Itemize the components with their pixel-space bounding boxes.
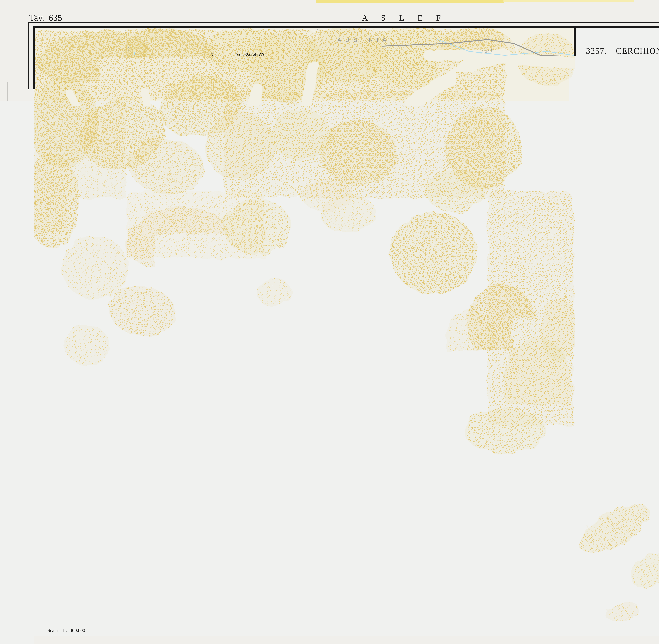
svg-text:Versa: Versa <box>457 447 465 451</box>
svg-text:155 şarklọ́ņ: 155 şarklọ́ņ <box>488 434 514 440</box>
svg-text:AZZANO DÉCIMO: AZZANO DÉCIMO <box>172 453 204 457</box>
svg-text:20a: 20a <box>370 106 378 112</box>
svg-text:164a: 164a <box>341 420 355 427</box>
svg-text:Flumignano: Flumignano <box>347 429 364 432</box>
svg-text:P: P <box>346 350 347 354</box>
svg-text:čẹ́rkli: čẹ́rkli <box>222 138 235 144</box>
svg-text:láma 202a: láma 202a <box>215 493 240 500</box>
svg-text:BASILIANO: BASILIANO <box>316 370 336 374</box>
svg-text:čẹ́rkli 99: čẹ́rkli 99 <box>325 310 346 316</box>
svg-text:67a čẹ́rkli: 67a čẹ́rkli <box>420 258 442 264</box>
svg-text:FANNA: FANNA <box>197 281 209 285</box>
svg-text:8: 8 <box>516 101 518 107</box>
svg-text:GRADO: GRADO <box>429 569 443 573</box>
svg-text:čẹ́rkli / čerklọ́ņ 9: čẹ́rkli / čerklọ́ņ 9 <box>188 90 227 96</box>
svg-text:serklọ́ņ 150: serklọ́ņ 150 <box>415 424 443 430</box>
svg-text:SAPPADA: SAPPADA <box>143 74 167 79</box>
svg-text:BUDOIA: BUDOIA <box>110 363 125 367</box>
svg-text:San Páolo: San Páolo <box>253 458 269 462</box>
svg-text:103a čẹrkli: 103a čẹrkli <box>420 355 445 361</box>
svg-text:PORDENONE: PORDENONE <box>184 404 217 409</box>
svg-text:11 čẹ́rkli / čerklọ́ņ: 11 čẹ́rkli / čerklọ́ņ <box>242 93 282 99</box>
svg-text:San Leopoldo: San Leopoldo <box>433 103 455 107</box>
svg-text:MARANO LAGUNARE: MARANO LAGUNARE <box>339 520 378 524</box>
svg-text:□: □ <box>410 341 415 347</box>
svg-text:čẹ́rkli 41: čẹ́rkli 41 <box>161 203 183 208</box>
svg-text:P: P <box>167 269 169 273</box>
svg-text:S: S <box>153 341 156 347</box>
svg-text:láma 92a: láma 92a <box>187 335 209 341</box>
svg-text:P: P <box>174 97 177 103</box>
svg-text:83: 83 <box>376 289 382 294</box>
svg-text:172: 172 <box>165 465 177 471</box>
svg-text:FORGÁRIA: FORGÁRIA <box>286 263 304 267</box>
svg-text:AUSTRIA: AUSTRIA <box>337 37 390 43</box>
svg-text:láma: láma <box>68 416 80 422</box>
svg-text:122 láma: 122 láma <box>176 395 199 400</box>
svg-text:215a şerčọ́ņ ○: 215a şerčọ́ņ ○ <box>471 491 502 497</box>
svg-text:P: P <box>344 497 346 501</box>
svg-text:Belvedere: Belvedere <box>451 533 466 536</box>
svg-text:GEMONA: GEMONA <box>351 229 370 233</box>
svg-text:28 čerklọ́ņ: 28 čerklọ́ņ <box>269 142 293 147</box>
svg-text:CAVAZZO: CAVAZZO <box>305 189 322 192</box>
svg-text:TORREANO: TORREANO <box>439 306 461 310</box>
svg-text:ZUGLIO: ZUGLIO <box>301 130 316 134</box>
svg-text:105 riņk: 105 riņk <box>464 333 485 339</box>
svg-text:Vico: Vico <box>122 150 129 154</box>
svg-text:S: S <box>384 288 387 294</box>
svg-text:S: S <box>509 419 511 423</box>
svg-text:39 láma: 39 láma <box>82 215 100 221</box>
svg-text:57a čẹ́rkli: 57a čẹ́rkli <box>199 261 222 268</box>
svg-text:P: P <box>326 281 328 285</box>
svg-text:SEQUALS: SEQUALS <box>228 291 246 295</box>
svg-text:CHIOPRIS: CHIOPRIS <box>412 430 430 434</box>
svg-text:SGONICO: SGONICO <box>567 536 586 540</box>
svg-text:211: 211 <box>346 514 354 520</box>
svg-text:čerklọ́ņ 17: čerklọ́ņ 17 <box>220 118 245 123</box>
svg-text:219 riņk: 219 riņk <box>579 522 598 528</box>
svg-text:AVIANO: AVIANO <box>131 346 146 350</box>
svg-text:92b: 92b <box>202 320 209 325</box>
svg-text:ERTO: ERTO <box>40 235 50 238</box>
svg-text:Tesis: Tesis <box>217 320 225 324</box>
svg-text:Lavariano: Lavariano <box>373 416 388 420</box>
svg-text:D'ASIO: D'ASIO <box>267 264 279 268</box>
svg-text:176 šẹ́rkliś (pl.): 176 šẹ́rkliś (pl.) <box>286 441 320 447</box>
svg-text:P: P <box>265 526 267 530</box>
svg-text:láma 121a: láma 121a <box>91 388 116 394</box>
svg-text:P: P <box>366 114 368 118</box>
svg-text:88a obróé — şẹ́rkli: 88a obróé — şẹ́rkli <box>484 308 526 314</box>
svg-text:40 lāma: 40 lāma <box>117 234 137 239</box>
svg-text:209: 209 <box>176 529 184 535</box>
svg-text:19b: 19b <box>317 135 325 141</box>
svg-text:láma 174: láma 174 <box>230 459 252 465</box>
svg-text:P: P <box>474 387 476 391</box>
svg-text:P: P <box>417 224 418 228</box>
svg-text:MORUZZO: MORUZZO <box>307 312 326 316</box>
svg-text:CORMÒNS: CORMÒNS <box>472 404 492 408</box>
svg-text:Cavolano: Cavolano <box>94 422 108 426</box>
svg-text:ÚDINE: ÚDINE <box>372 357 390 363</box>
svg-text:15: 15 <box>423 136 428 142</box>
svg-text:MUGGIA: MUGGIA <box>596 615 612 618</box>
svg-text:75 láma: 75 láma <box>197 285 214 292</box>
svg-text:TRIESTE: TRIESTE <box>565 576 587 581</box>
svg-text:Interneppo: Interneppo <box>315 209 332 212</box>
svg-text:CIMOLÀIS: CIMOLÀIS <box>86 224 106 228</box>
svg-text:S: S <box>327 136 330 142</box>
svg-text:P: P <box>161 466 163 470</box>
svg-text:čṍrkli 16: čṍrkli 16 <box>161 125 182 131</box>
svg-text:Malisana: Malisana <box>378 493 392 497</box>
svg-text:čerklọ́ņ 36a: čerklọ́ņ 36a <box>263 174 291 180</box>
svg-text:P: P <box>261 53 263 58</box>
svg-text:Stolvizza: Stolvizza <box>430 185 444 189</box>
svg-text:45 čerklọ́ņ: 45 čerklọ́ņ <box>358 201 382 207</box>
svg-text:Brazzano: Brazzano <box>450 398 464 401</box>
svg-text:Pieris: Pieris <box>463 486 472 489</box>
svg-text:127 čẹ́rkli: 127 čẹ́rkli <box>343 376 366 382</box>
svg-text:PRATO CÁRNICO: PRATO CÁRNICO <box>178 103 210 107</box>
svg-text:P: P <box>156 160 157 163</box>
svg-text:214 serklọ́ņ: 214 serklọ́ņ <box>457 502 483 508</box>
svg-text:láma di fi̯ẹ̄r: láma di fi̯ẹ̄r <box>140 268 166 274</box>
